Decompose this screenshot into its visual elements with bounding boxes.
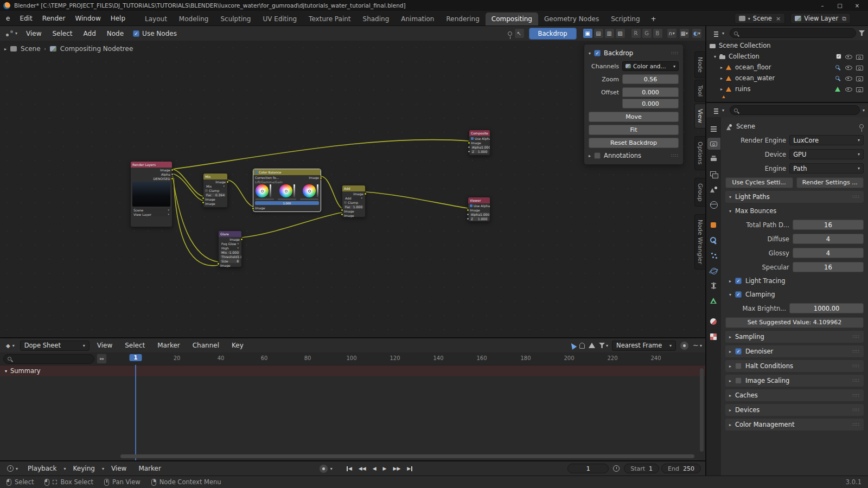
tab-render[interactable] bbox=[707, 138, 720, 150]
section-color-management[interactable]: ▸ Color Management ∷∷ bbox=[725, 419, 864, 431]
engine-dropdown[interactable]: Path▾ bbox=[789, 163, 864, 174]
socket-image-input[interactable] bbox=[202, 201, 205, 204]
workspace-tab-animation[interactable]: Animation bbox=[395, 12, 440, 25]
tab-output[interactable] bbox=[707, 153, 720, 165]
offset-x-field[interactable]: 0.000 bbox=[622, 87, 679, 97]
fac-value[interactable]: 1.000 bbox=[353, 205, 362, 209]
channels-dropdown[interactable]: Color and...▾ bbox=[622, 61, 679, 71]
tab-tool[interactable] bbox=[707, 123, 720, 134]
section-image-scaling[interactable]: ▸ Image Scaling ∷∷ bbox=[725, 375, 864, 387]
z-value[interactable]: 1.000 bbox=[478, 217, 487, 221]
section-halt-conditions[interactable]: ▸ Halt Conditions ∷∷ bbox=[725, 360, 864, 372]
fit-button[interactable]: Fit bbox=[589, 125, 679, 135]
threshold-value[interactable]: 1.000 bbox=[238, 255, 241, 259]
current-frame-field[interactable]: 1 bbox=[567, 464, 609, 473]
alpha-value[interactable]: 1.000 bbox=[481, 145, 490, 149]
drag-grip-icon[interactable]: ∷∷ bbox=[672, 50, 679, 56]
keying-curve-dropdown[interactable]: ~▾ bbox=[693, 343, 702, 348]
tab-modifiers[interactable] bbox=[707, 234, 720, 246]
editor-type-dropdown[interactable]: ▾ bbox=[3, 29, 20, 37]
blend-mode-dropdown[interactable]: Mix bbox=[206, 184, 212, 188]
socket-image-input[interactable] bbox=[252, 207, 254, 210]
workspace-tab-texture-paint[interactable]: Texture Paint bbox=[303, 12, 356, 25]
filter-icon[interactable] bbox=[859, 30, 865, 36]
view-layer-field[interactable]: View Layer bbox=[133, 213, 151, 216]
annotations-checkbox[interactable] bbox=[594, 152, 601, 159]
chevron-down-icon[interactable]: ▾ bbox=[863, 108, 865, 113]
filter-dropdown[interactable]: ▾ bbox=[599, 343, 608, 348]
halt-conditions-checkbox[interactable] bbox=[735, 363, 742, 369]
denoiser-checkbox[interactable]: ✓ bbox=[735, 348, 742, 355]
collection-exclude-checkbox[interactable]: ✓ bbox=[836, 54, 841, 59]
only-selected-toggle-icon[interactable] bbox=[569, 342, 577, 350]
menu-node[interactable]: Node bbox=[102, 28, 129, 40]
node-mute-checkbox[interactable] bbox=[255, 171, 258, 174]
workspace-tab-compositing[interactable]: Compositing bbox=[486, 12, 538, 25]
tab-options[interactable]: Options bbox=[694, 136, 705, 170]
blend-mode-dropdown[interactable]: Add bbox=[345, 196, 352, 200]
menu-select[interactable]: Select bbox=[120, 339, 150, 351]
glossy-field[interactable]: 4 bbox=[793, 248, 864, 258]
socket-image-output[interactable] bbox=[240, 238, 243, 241]
editor-type-dropdown[interactable]: ▾ bbox=[4, 464, 21, 473]
node-composite[interactable]: Composite Use Alpha Image Alpha1.000 Z1.… bbox=[469, 130, 490, 156]
menu-help[interactable]: Help bbox=[106, 12, 130, 24]
minimize-button[interactable]: – bbox=[815, 3, 830, 9]
go-to-parent-button[interactable]: ↖ bbox=[514, 28, 525, 38]
backdrop-checkbox[interactable]: ✓ bbox=[594, 50, 601, 56]
menu-select[interactable]: Select bbox=[48, 28, 78, 40]
size-value[interactable]: 8 bbox=[237, 259, 239, 263]
menu-keying[interactable]: Keying bbox=[68, 463, 100, 474]
tab-view-layer[interactable] bbox=[707, 168, 720, 180]
section-caches[interactable]: ▸ Caches ∷∷ bbox=[725, 389, 864, 401]
workspace-tab-sculpting[interactable]: Sculpting bbox=[214, 12, 257, 25]
gain-value-slider[interactable] bbox=[317, 184, 318, 197]
auto-keying-button[interactable] bbox=[319, 464, 328, 473]
lgg-mode-label[interactable]: Lift/Gamma/Gain bbox=[255, 180, 283, 184]
gamma-value-slider[interactable] bbox=[293, 184, 295, 197]
tab-group[interactable]: Group bbox=[694, 178, 705, 207]
gain-slider[interactable] bbox=[300, 198, 318, 200]
dope-sheet-tracks[interactable] bbox=[0, 376, 705, 460]
drag-grip-icon[interactable]: ∷∷ bbox=[853, 349, 860, 354]
tab-node-wrangler[interactable]: Node Wrangler bbox=[694, 214, 705, 269]
channel-r-button[interactable]: R bbox=[631, 28, 641, 38]
clamping-checkbox[interactable]: ✓ bbox=[735, 291, 742, 298]
menu-view[interactable]: View bbox=[106, 463, 131, 474]
tab-scene[interactable] bbox=[707, 183, 720, 195]
workspace-tab-rendering[interactable]: Rendering bbox=[440, 12, 485, 25]
socket-z-input[interactable] bbox=[468, 150, 470, 153]
drag-grip-icon[interactable]: ∷∷ bbox=[853, 363, 860, 369]
tab-texture[interactable] bbox=[707, 331, 720, 343]
maximize-button[interactable]: □ bbox=[832, 3, 847, 9]
workspace-tab-shading[interactable]: Shading bbox=[357, 12, 395, 25]
expand-collapse-button[interactable]: ⇔ bbox=[97, 354, 107, 364]
modifier-icon[interactable] bbox=[834, 64, 841, 71]
use-alpha-checkbox[interactable] bbox=[470, 204, 473, 207]
glare-quality-dropdown[interactable]: High bbox=[221, 246, 229, 250]
editor-type-dropdown[interactable]: ◆▾ bbox=[3, 342, 17, 350]
channel-g-button[interactable]: G bbox=[642, 28, 652, 38]
previous-keyframe-button[interactable]: ◀◀ bbox=[356, 465, 368, 472]
menu-edit[interactable]: Edit bbox=[15, 12, 37, 24]
socket-image-input[interactable] bbox=[202, 197, 205, 200]
shading-dropdown[interactable]: ◐▾ bbox=[692, 28, 702, 38]
pin-icon[interactable] bbox=[859, 124, 864, 129]
socket-image-input[interactable] bbox=[341, 213, 343, 216]
section-sampling[interactable]: ▸ Sampling ∷∷ bbox=[725, 331, 864, 343]
vertical-scrollbar[interactable] bbox=[700, 368, 704, 452]
properties-search-input[interactable] bbox=[741, 107, 856, 113]
mix-value[interactable]: -1.000 bbox=[228, 251, 239, 254]
proportional-edit-button[interactable] bbox=[680, 341, 689, 350]
jump-to-start-button[interactable]: ◀ bbox=[344, 465, 354, 472]
unlink-scene-icon[interactable]: × bbox=[775, 15, 781, 22]
play-button[interactable]: ▶ bbox=[381, 465, 389, 472]
render-engine-dropdown[interactable]: LuxCore▾ bbox=[789, 135, 864, 145]
channel-search[interactable] bbox=[3, 354, 94, 364]
subsection-clamping[interactable]: ▾ ✓ Clamping bbox=[725, 289, 864, 300]
scene-field[interactable]: Scene bbox=[133, 208, 143, 212]
disable-in-render-icon[interactable] bbox=[856, 86, 863, 93]
workspace-tab-modeling[interactable]: Modeling bbox=[173, 12, 215, 25]
diffuse-field[interactable]: 4 bbox=[793, 234, 864, 244]
section-denoiser[interactable]: ▸ ✓ Denoiser ∷∷ bbox=[725, 345, 864, 357]
